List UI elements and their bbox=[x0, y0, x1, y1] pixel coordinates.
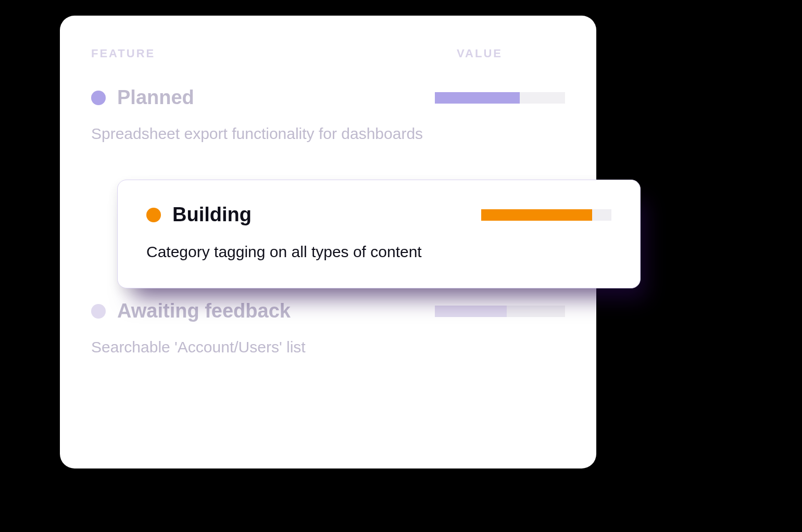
feature-description: Category tagging on all types of content bbox=[146, 242, 611, 262]
status-dot-icon bbox=[91, 304, 106, 319]
status-group: Planned bbox=[91, 86, 194, 109]
progress-fill bbox=[435, 92, 520, 104]
progress-fill bbox=[481, 209, 592, 221]
header-feature: FEATURE bbox=[91, 47, 155, 60]
row-top: Awaiting feedback bbox=[91, 300, 565, 322]
status-group: Awaiting feedback bbox=[91, 300, 291, 322]
feature-row-planned[interactable]: Planned Spreadsheet export functionality… bbox=[91, 86, 565, 144]
progress-fill bbox=[435, 306, 507, 317]
progress-bar bbox=[435, 306, 565, 317]
feature-row-building-popout[interactable]: Building Category tagging on all types o… bbox=[117, 180, 641, 288]
status-group: Building bbox=[146, 204, 252, 226]
status-label: Awaiting feedback bbox=[117, 300, 291, 322]
status-dot-icon bbox=[91, 91, 106, 105]
feature-description: Spreadsheet export functionality for das… bbox=[91, 123, 565, 144]
status-dot-icon bbox=[146, 208, 161, 222]
header-value: VALUE bbox=[457, 47, 503, 60]
row-top: Planned bbox=[91, 86, 565, 109]
status-label: Building bbox=[172, 204, 252, 226]
feature-row-awaiting-feedback[interactable]: Awaiting feedback Searchable 'Account/Us… bbox=[91, 300, 565, 357]
row-top: Building bbox=[146, 204, 611, 226]
progress-bar bbox=[435, 92, 565, 104]
feature-description: Searchable 'Account/Users' list bbox=[91, 337, 565, 357]
status-label: Planned bbox=[117, 86, 194, 109]
progress-bar bbox=[481, 209, 611, 221]
table-headers: FEATURE VALUE bbox=[91, 47, 565, 60]
